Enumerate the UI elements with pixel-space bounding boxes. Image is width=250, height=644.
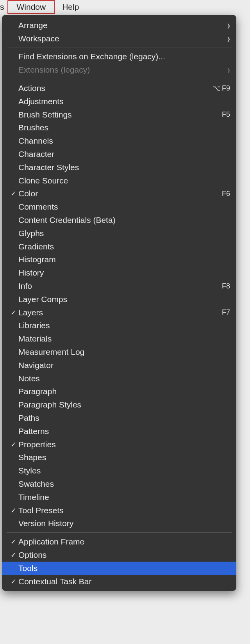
checkmark-icon: ✓ — [8, 537, 18, 546]
menu-item-adjustments[interactable]: Adjustments — [2, 95, 236, 108]
menu-item-channels[interactable]: Channels — [2, 134, 236, 148]
menu-item-label: Brushes — [18, 123, 230, 132]
menu-item-label: Gradients — [18, 242, 230, 251]
menu-item-color[interactable]: ✓ColorF6 — [2, 187, 236, 201]
menu-item-label: Tool Presets — [18, 506, 230, 515]
menubar-item-window[interactable]: Window — [7, 0, 55, 14]
menu-item-paragraph[interactable]: Paragraph — [2, 385, 236, 398]
menu-item-properties[interactable]: ✓Properties — [2, 438, 236, 451]
menu-item-tools[interactable]: Tools — [2, 562, 236, 575]
menu-separator — [7, 79, 232, 79]
menu-item-measurement-log[interactable]: Measurement Log — [2, 345, 236, 359]
menu-item-label: Channels — [18, 136, 230, 146]
menu-item-content-credentials-beta[interactable]: Content Credentials (Beta) — [2, 213, 236, 227]
menu-item-timeline[interactable]: Timeline — [2, 491, 236, 504]
menu-item-arrange[interactable]: Arrange› — [2, 19, 236, 32]
menu-item-label: Find Extensions on Exchange (legacy)... — [18, 52, 230, 61]
menu-item-label: Notes — [18, 374, 230, 383]
menu-item-label: Comments — [18, 202, 230, 212]
menu-item-clone-source[interactable]: Clone Source — [2, 174, 236, 187]
menu-item-layer-comps[interactable]: Layer Comps — [2, 293, 236, 306]
checkmark-icon: ✓ — [8, 189, 18, 198]
chevron-right-icon: › — [222, 65, 230, 75]
menu-shortcut: F8 — [222, 282, 230, 290]
chevron-right-icon: › — [222, 34, 230, 44]
menu-item-layers[interactable]: ✓LayersF7 — [2, 306, 236, 319]
menu-item-options[interactable]: ✓Options — [2, 548, 236, 562]
menu-item-label: Adjustments — [18, 97, 230, 106]
checkmark-icon: ✓ — [8, 440, 18, 449]
menu-item-info[interactable]: InfoF8 — [2, 279, 236, 293]
menu-item-history[interactable]: History — [2, 266, 236, 279]
menu-item-paths[interactable]: Paths — [2, 411, 236, 425]
menu-item-label: Swatches — [18, 479, 230, 489]
menu-item-label: Character Styles — [18, 163, 230, 172]
menu-item-label: Layer Comps — [18, 295, 230, 304]
menu-item-label: Properties — [18, 440, 230, 449]
menu-item-label: Libraries — [18, 321, 230, 330]
menu-item-label: Materials — [18, 334, 230, 343]
menu-item-label: Paragraph Styles — [18, 400, 230, 409]
menu-item-glyphs[interactable]: Glyphs — [2, 227, 236, 240]
menu-item-label: Info — [18, 281, 222, 291]
menu-item-label: Clone Source — [18, 176, 230, 185]
menu-item-find-extensions-on-exchange-legacy[interactable]: Find Extensions on Exchange (legacy)... — [2, 50, 236, 64]
checkmark-icon: ✓ — [8, 308, 18, 317]
menu-item-workspace[interactable]: Workspace› — [2, 32, 236, 45]
menu-item-application-frame[interactable]: ✓Application Frame — [2, 535, 236, 548]
menu-shortcut: ⌥ F9 — [212, 84, 230, 93]
menu-item-label: Timeline — [18, 493, 230, 502]
menu-item-histogram[interactable]: Histogram — [2, 253, 236, 267]
menu-item-brush-settings[interactable]: Brush SettingsF5 — [2, 108, 236, 121]
menu-item-label: Tools — [18, 564, 230, 573]
menu-item-materials[interactable]: Materials — [2, 332, 236, 345]
menu-item-styles[interactable]: Styles — [2, 464, 236, 477]
menu-item-label: Actions — [18, 84, 212, 93]
menu-item-paragraph-styles[interactable]: Paragraph Styles — [2, 398, 236, 411]
menu-item-label: Glyphs — [18, 229, 230, 238]
menu-item-label: Shapes — [18, 453, 230, 462]
menu-item-patterns[interactable]: Patterns — [2, 425, 236, 438]
menu-item-tool-presets[interactable]: ✓Tool Presets — [2, 504, 236, 517]
menu-item-label: Histogram — [18, 255, 230, 264]
menu-item-character[interactable]: Character — [2, 148, 236, 161]
menubar-item-help[interactable]: Help — [55, 0, 86, 14]
menu-item-label: Options — [18, 550, 230, 560]
menu-item-swatches[interactable]: Swatches — [2, 477, 236, 491]
menu-item-contextual-task-bar[interactable]: ✓Contextual Task Bar — [2, 575, 236, 588]
chevron-right-icon: › — [222, 20, 230, 30]
menu-item-label: Patterns — [18, 427, 230, 436]
window-menu-dropdown: Arrange›Workspace›Find Extensions on Exc… — [2, 15, 236, 591]
menu-item-comments[interactable]: Comments — [2, 200, 236, 213]
menu-item-label: Brush Settings — [18, 110, 222, 119]
menubar-item-prev-partial[interactable]: s — [0, 0, 7, 14]
menu-item-label: Application Frame — [18, 537, 230, 546]
menu-item-version-history[interactable]: Version History — [2, 517, 236, 530]
menu-separator — [7, 532, 232, 533]
checkmark-icon: ✓ — [8, 551, 18, 559]
menu-item-label: Contextual Task Bar — [18, 577, 230, 586]
menu-item-label: Color — [18, 189, 222, 198]
menu-item-label: Arrange — [18, 21, 222, 30]
checkmark-icon: ✓ — [8, 577, 18, 586]
checkmark-icon: ✓ — [8, 506, 18, 515]
menu-shortcut: F7 — [222, 308, 230, 317]
menu-item-label: Extensions (legacy) — [18, 65, 222, 75]
menu-item-libraries[interactable]: Libraries — [2, 319, 236, 333]
menu-item-notes[interactable]: Notes — [2, 372, 236, 385]
menu-shortcut: F6 — [222, 190, 230, 198]
menu-item-navigator[interactable]: Navigator — [2, 359, 236, 372]
menu-item-label: Paths — [18, 413, 230, 423]
menu-separator — [7, 48, 232, 48]
menu-item-shapes[interactable]: Shapes — [2, 451, 236, 464]
menu-item-character-styles[interactable]: Character Styles — [2, 161, 236, 174]
menu-item-actions[interactable]: Actions⌥ F9 — [2, 82, 236, 95]
menu-item-label: Version History — [18, 519, 230, 528]
menu-item-label: Content Credentials (Beta) — [18, 215, 230, 225]
menubar: s Window Help — [0, 0, 250, 14]
menu-item-gradients[interactable]: Gradients — [2, 240, 236, 253]
menu-item-brushes[interactable]: Brushes — [2, 121, 236, 135]
menu-item-label: Styles — [18, 466, 230, 475]
menu-shortcut: F5 — [222, 110, 230, 119]
menu-item-label: History — [18, 268, 230, 278]
